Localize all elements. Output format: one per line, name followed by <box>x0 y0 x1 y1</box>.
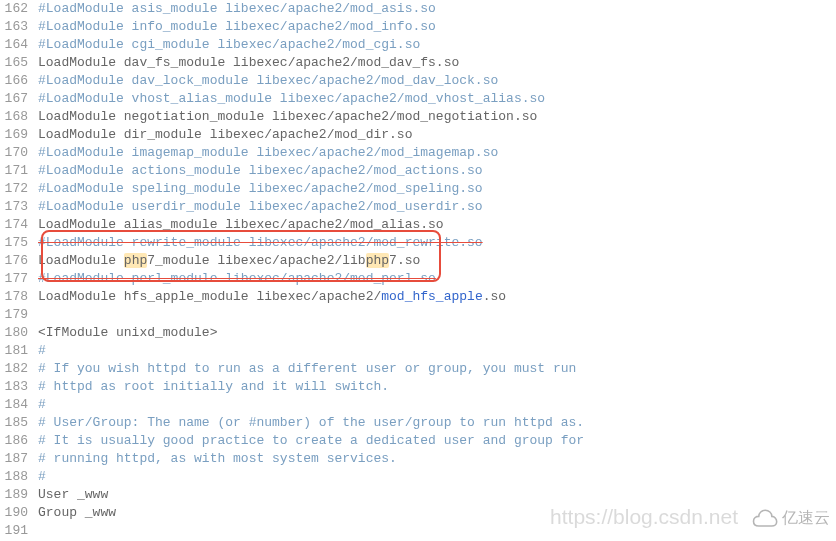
code-line[interactable]: User _www <box>38 486 836 504</box>
line-number: 185 <box>0 414 28 432</box>
code-line[interactable]: LoadModule alias_module libexec/apache2/… <box>38 216 836 234</box>
code-line[interactable]: # running httpd, as with most system ser… <box>38 450 836 468</box>
code-line[interactable]: #LoadModule dav_lock_module libexec/apac… <box>38 72 836 90</box>
code-line[interactable]: # httpd as root initially and it will sw… <box>38 378 836 396</box>
code-line[interactable]: #LoadModule info_module libexec/apache2/… <box>38 18 836 36</box>
line-number: 183 <box>0 378 28 396</box>
code-line[interactable]: LoadModule dir_module libexec/apache2/mo… <box>38 126 836 144</box>
line-number: 180 <box>0 324 28 342</box>
line-number: 175 <box>0 234 28 252</box>
code-line[interactable]: #LoadModule perl_module libexec/apache2/… <box>38 270 836 288</box>
line-number: 177 <box>0 270 28 288</box>
line-number: 165 <box>0 54 28 72</box>
line-number: 168 <box>0 108 28 126</box>
line-number: 182 <box>0 360 28 378</box>
line-number: 173 <box>0 198 28 216</box>
line-number: 170 <box>0 144 28 162</box>
code-line[interactable] <box>38 306 836 324</box>
line-number: 167 <box>0 90 28 108</box>
line-number: 179 <box>0 306 28 324</box>
line-number: 191 <box>0 522 28 540</box>
code-line[interactable]: # User/Group: The name (or #number) of t… <box>38 414 836 432</box>
code-line[interactable]: Group _www <box>38 504 836 522</box>
line-number: 169 <box>0 126 28 144</box>
line-number: 181 <box>0 342 28 360</box>
code-line[interactable]: #LoadModule imagemap_module libexec/apac… <box>38 144 836 162</box>
line-number: 171 <box>0 162 28 180</box>
code-line[interactable]: #LoadModule userdir_module libexec/apach… <box>38 198 836 216</box>
line-number: 178 <box>0 288 28 306</box>
line-number: 172 <box>0 180 28 198</box>
code-line[interactable]: #LoadModule cgi_module libexec/apache2/m… <box>38 36 836 54</box>
code-line[interactable] <box>38 522 836 540</box>
line-number: 188 <box>0 468 28 486</box>
line-number: 176 <box>0 252 28 270</box>
line-number: 174 <box>0 216 28 234</box>
code-line[interactable]: <IfModule unixd_module> <box>38 324 836 342</box>
code-line[interactable]: #LoadModule actions_module libexec/apach… <box>38 162 836 180</box>
code-line[interactable]: #LoadModule rewrite_module libexec/apach… <box>38 234 836 252</box>
line-number: 190 <box>0 504 28 522</box>
line-number: 184 <box>0 396 28 414</box>
code-line[interactable]: # <box>38 396 836 414</box>
code-line[interactable]: LoadModule negotiation_module libexec/ap… <box>38 108 836 126</box>
code-line[interactable]: #LoadModule asis_module libexec/apache2/… <box>38 0 836 18</box>
code-editor: 1621631641651661671681691701711721731741… <box>0 0 836 540</box>
code-line[interactable]: # If you wish httpd to run as a differen… <box>38 360 836 378</box>
code-line[interactable]: # <box>38 342 836 360</box>
line-number-gutter: 1621631641651661671681691701711721731741… <box>0 0 38 540</box>
line-number: 186 <box>0 432 28 450</box>
code-line[interactable]: LoadModule hfs_apple_module libexec/apac… <box>38 288 836 306</box>
code-line[interactable]: # It is usually good practice to create … <box>38 432 836 450</box>
line-number: 166 <box>0 72 28 90</box>
line-number: 164 <box>0 36 28 54</box>
code-line[interactable]: #LoadModule speling_module libexec/apach… <box>38 180 836 198</box>
line-number: 187 <box>0 450 28 468</box>
line-number: 189 <box>0 486 28 504</box>
code-line[interactable]: LoadModule dav_fs_module libexec/apache2… <box>38 54 836 72</box>
line-number: 163 <box>0 18 28 36</box>
code-line[interactable]: LoadModule php7_module libexec/apache2/l… <box>38 252 836 270</box>
code-line[interactable]: # <box>38 468 836 486</box>
code-line[interactable]: #LoadModule vhost_alias_module libexec/a… <box>38 90 836 108</box>
code-content[interactable]: #LoadModule asis_module libexec/apache2/… <box>38 0 836 540</box>
line-number: 162 <box>0 0 28 18</box>
